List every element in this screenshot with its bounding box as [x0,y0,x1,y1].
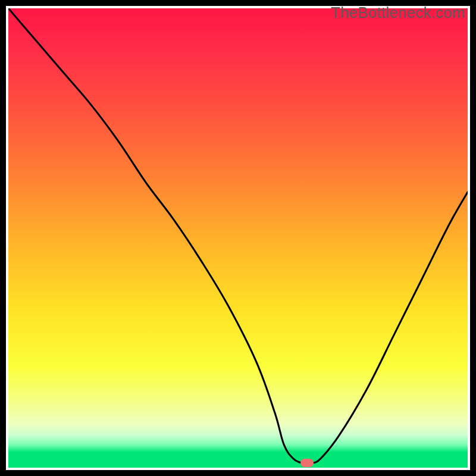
bottleneck-curve [8,8,468,468]
bottleneck-chart: TheBottleneck.com [0,0,476,476]
plot-area [8,8,468,468]
optimal-point-marker [300,459,314,467]
